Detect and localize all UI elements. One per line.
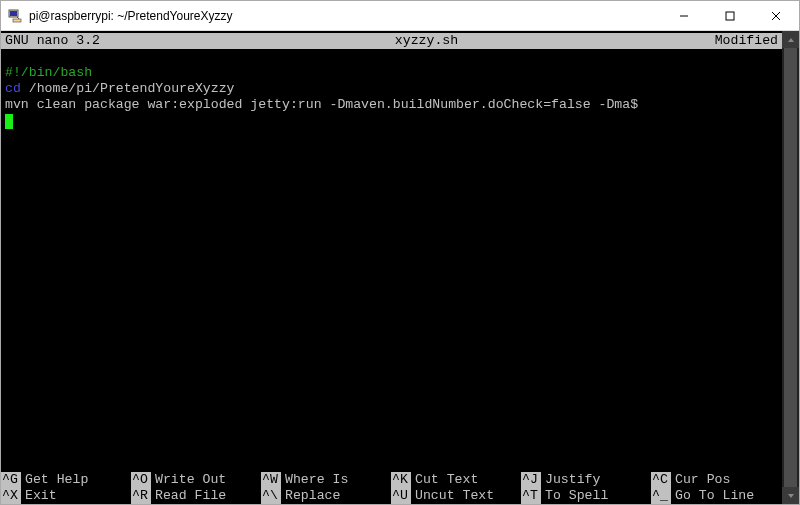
- svg-rect-1: [10, 11, 17, 16]
- shortcut-key: ^W: [261, 472, 281, 488]
- scrollbar-thumb[interactable]: [784, 48, 797, 487]
- shortcut-item: ^JJustify: [521, 472, 651, 488]
- shortcut-label: Exit: [21, 488, 57, 504]
- file-line-2-cmd: cd: [5, 81, 21, 96]
- shortcut-label: Read File: [151, 488, 226, 504]
- file-line-1: #!/bin/bash: [5, 65, 92, 80]
- shortcut-label: To Spell: [541, 488, 608, 504]
- shortcut-item: ^CCur Pos: [651, 472, 781, 488]
- shortcut-key: ^T: [521, 488, 541, 504]
- shortcut-key: ^\: [261, 488, 281, 504]
- shortcut-item: ^XExit: [1, 488, 131, 504]
- file-line-2-args: /home/pi/PretendYoureXyzzy: [21, 81, 235, 96]
- shortcut-label: Justify: [541, 472, 600, 488]
- shortcut-label: Write Out: [151, 472, 226, 488]
- window-minimize-button[interactable]: [661, 1, 707, 30]
- shortcut-key: ^C: [651, 472, 671, 488]
- shortcut-label: Where Is: [281, 472, 348, 488]
- scrollbar-vertical[interactable]: [782, 31, 799, 504]
- shortcut-item: ^\Replace: [261, 488, 391, 504]
- shortcut-key: ^G: [1, 472, 21, 488]
- editor-status: Modified: [715, 33, 778, 48]
- shortcut-key: ^J: [521, 472, 541, 488]
- editor-content[interactable]: #!/bin/bash cd /home/pi/PretendYoureXyzz…: [1, 49, 782, 472]
- shortcut-key: ^U: [391, 488, 411, 504]
- shortcut-label: Cur Pos: [671, 472, 730, 488]
- window-close-button[interactable]: [753, 1, 799, 30]
- shortcut-key: ^R: [131, 488, 151, 504]
- shortcut-key: ^_: [651, 488, 671, 504]
- shortcut-item: ^TTo Spell: [521, 488, 651, 504]
- shortcut-item: ^OWrite Out: [131, 472, 261, 488]
- cursor: [5, 114, 13, 129]
- shortcut-key: ^K: [391, 472, 411, 488]
- putty-icon: [7, 8, 23, 24]
- shortcut-item: ^KCut Text: [391, 472, 521, 488]
- svg-rect-5: [726, 12, 734, 20]
- window-maximize-button[interactable]: [707, 1, 753, 30]
- svg-rect-2: [13, 19, 21, 22]
- window-titlebar: pi@raspberrypi: ~/PretendYoureXyzzy: [1, 1, 799, 31]
- shortcut-item: ^GGet Help: [1, 472, 131, 488]
- shortcut-label: Replace: [281, 488, 340, 504]
- nano-header: GNU nano 3.2 xyzzy.sh Modified: [1, 33, 782, 49]
- svg-marker-8: [788, 38, 794, 42]
- shortcut-label: Uncut Text: [411, 488, 494, 504]
- svg-marker-9: [788, 494, 794, 498]
- shortcut-item: ^_Go To Line: [651, 488, 781, 504]
- scrollbar-up-button[interactable]: [782, 31, 799, 48]
- scrollbar-track[interactable]: [782, 48, 799, 487]
- shortcut-key: ^O: [131, 472, 151, 488]
- shortcut-item: ^WWhere Is: [261, 472, 391, 488]
- shortcut-item: ^UUncut Text: [391, 488, 521, 504]
- shortcut-key: ^X: [1, 488, 21, 504]
- file-line-3: mvn clean package war:exploded jetty:run…: [5, 97, 778, 113]
- terminal[interactable]: GNU nano 3.2 xyzzy.sh Modified #!/bin/ba…: [1, 31, 782, 504]
- window-title: pi@raspberrypi: ~/PretendYoureXyzzy: [29, 9, 661, 23]
- shortcut-label: Go To Line: [671, 488, 754, 504]
- nano-shortcuts: ^GGet Help^OWrite Out^WWhere Is^KCut Tex…: [1, 472, 782, 504]
- scrollbar-down-button[interactable]: [782, 487, 799, 504]
- shortcut-item: ^RRead File: [131, 488, 261, 504]
- editor-filename: xyzzy.sh: [395, 33, 458, 48]
- shortcut-label: Cut Text: [411, 472, 478, 488]
- shortcut-label: Get Help: [21, 472, 88, 488]
- editor-program: GNU nano 3.2: [5, 33, 100, 48]
